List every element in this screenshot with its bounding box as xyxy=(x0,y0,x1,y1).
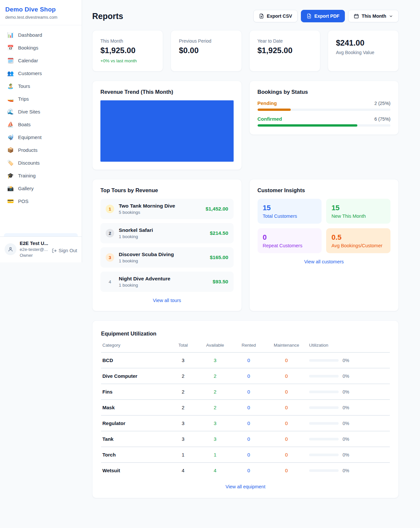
sidebar-item-label: Customers xyxy=(18,71,42,76)
user-name: E2E Test U... xyxy=(20,241,49,246)
cell-maintenance: 0 xyxy=(265,384,308,400)
export-pdf-label: Export PDF xyxy=(314,13,339,19)
sidebar-item-dive-sites[interactable]: 🌊 Dive Sites xyxy=(4,105,78,118)
cell-total: 1 xyxy=(168,447,198,463)
equipment-utilization-title: Equipment Utilization xyxy=(101,331,390,337)
sailboat-icon: ⛵ xyxy=(7,121,14,128)
sidebar-item-gallery[interactable]: 📸 Gallery xyxy=(4,182,78,195)
period-dropdown[interactable]: This Month xyxy=(348,10,399,22)
cell-rented: 0 xyxy=(232,416,265,431)
export-pdf-button[interactable]: Export PDF xyxy=(301,10,345,22)
spiral-calendar-icon: 🗓️ xyxy=(7,57,14,64)
sidebar-item-label: Products xyxy=(18,147,37,153)
cell-rented: 0 xyxy=(232,431,265,447)
view-all-tours-link[interactable]: View all tours xyxy=(100,298,234,303)
rank-badge: 4 xyxy=(106,277,114,286)
tour-revenue: $1,452.00 xyxy=(206,206,228,212)
avatar xyxy=(5,243,16,255)
cell-category: BCD xyxy=(101,353,168,368)
shop-domain: demo.test.divestreams.com xyxy=(5,15,76,20)
sidebar-item-reports-partial[interactable] xyxy=(4,233,78,236)
stat-value: $1,925.00 xyxy=(258,46,312,55)
cell-total: 3 xyxy=(168,353,198,368)
graduation-cap-icon: 🎓 xyxy=(7,173,14,179)
status-row-confirmed: Confirmed 6 (75%) xyxy=(258,116,391,127)
cell-category: Regulator xyxy=(101,416,168,431)
column-header-utilization: Utilization xyxy=(308,343,390,353)
tour-name: Two Tank Morning Dive xyxy=(119,203,201,209)
table-row: Tank 3 3 0 0 0% xyxy=(101,431,390,447)
bookings-by-status-title: Bookings by Status xyxy=(258,89,391,95)
sidebar-item-discounts[interactable]: 🏷️ Discounts xyxy=(4,156,78,169)
status-label-confirmed: Confirmed xyxy=(258,116,282,122)
insight-tile-new-this-month: 15 New This Month xyxy=(326,199,390,224)
cell-utilization: 0% xyxy=(308,447,390,463)
sidebar-item-calendar[interactable]: 🗓️ Calendar xyxy=(4,54,78,67)
table-row: Dive Computer 2 2 0 0 0% xyxy=(101,368,390,384)
cell-total: 2 xyxy=(168,400,198,416)
cell-available: 3 xyxy=(198,431,232,447)
insight-value: 0.5 xyxy=(331,233,385,242)
table-row: Fins 2 2 0 0 0% xyxy=(101,384,390,400)
package-icon: 📦 xyxy=(7,147,14,153)
table-header-row: Category Total Available Rented Maintena… xyxy=(101,343,390,353)
cell-available: 2 xyxy=(198,368,232,384)
table-row: BCD 3 3 0 0 0% xyxy=(101,353,390,368)
sign-out-label: Sign Out xyxy=(59,248,77,253)
sidebar-item-equipment[interactable]: 🤿 Equipment xyxy=(4,131,78,144)
sidebar-item-boats[interactable]: ⛵ Boats xyxy=(4,118,78,131)
sidebar-item-pos[interactable]: 💳 POS xyxy=(4,195,78,208)
charts-row: Revenue Trend (This Month) Bookings by S… xyxy=(92,81,399,170)
stat-card-previous-period: Previous Period $0.00 xyxy=(171,30,242,71)
column-header-maintenance: Maintenance xyxy=(265,343,308,353)
utilization-bar-track xyxy=(309,391,339,393)
header-actions: Export CSV Export PDF xyxy=(253,10,399,22)
stat-card-year-to-date: Year to Date $1,925.00 xyxy=(249,30,320,71)
file-download-icon xyxy=(259,13,264,19)
person-icon xyxy=(8,246,13,252)
column-header-category: Category xyxy=(101,343,168,353)
table-row: Torch 1 1 0 0 0% xyxy=(101,447,390,463)
cell-available: 2 xyxy=(198,384,232,400)
sidebar-item-training[interactable]: 🎓 Training xyxy=(4,169,78,182)
sidebar-item-products[interactable]: 📦 Products xyxy=(4,144,78,156)
view-all-customers-link[interactable]: View all customers xyxy=(258,259,391,264)
page-header: Reports Export CSV xyxy=(92,10,399,22)
cell-total: 2 xyxy=(168,384,198,400)
cell-available: 1 xyxy=(198,447,232,463)
people-icon: 👥 xyxy=(7,70,14,76)
cell-maintenance: 0 xyxy=(265,431,308,447)
equipment-table: Category Total Available Rented Maintena… xyxy=(101,343,390,478)
sidebar-item-tours[interactable]: 🏝️ Tours xyxy=(4,80,78,92)
tour-name: Night Dive Adventure xyxy=(119,276,208,282)
insight-tile-avg-bookings: 0.5 Avg Bookings/Customer xyxy=(326,228,390,253)
cell-rented: 0 xyxy=(232,384,265,400)
chevron-down-icon xyxy=(389,14,393,18)
top-tours-card: Top Tours by Revenue 1 Two Tank Morning … xyxy=(92,179,242,311)
cell-category: Wetsuit xyxy=(101,463,168,478)
sidebar-item-trips[interactable]: 🚤 Trips xyxy=(4,92,78,105)
table-row: Mask 2 2 0 0 0% xyxy=(101,400,390,416)
sidebar-item-customers[interactable]: 👥 Customers xyxy=(4,67,78,80)
status-bar-fill-confirmed xyxy=(258,124,357,127)
sidebar-header: Demo Dive Shop demo.test.divestreams.com xyxy=(0,0,82,25)
tour-row: 1 Two Tank Morning Dive 5 bookings $1,45… xyxy=(100,199,234,219)
logout-icon xyxy=(52,248,57,253)
user-role: Owner xyxy=(20,253,49,258)
table-row: Wetsuit 4 4 0 0 0% xyxy=(101,463,390,478)
cell-total: 3 xyxy=(168,416,198,431)
sidebar-item-dashboard[interactable]: 📊 Dashboard xyxy=(4,29,78,41)
sidebar-item-bookings[interactable]: 📅 Bookings xyxy=(4,41,78,54)
column-header-total: Total xyxy=(168,343,198,353)
table-row: Regulator 3 3 0 0 0% xyxy=(101,416,390,431)
utilization-percent: 0% xyxy=(343,437,349,442)
insight-value: 0 xyxy=(263,233,317,242)
export-csv-button[interactable]: Export CSV xyxy=(253,10,298,22)
cell-maintenance: 0 xyxy=(265,463,308,478)
page-title: Reports xyxy=(92,11,123,21)
stat-value: $1,925.00 xyxy=(100,46,155,55)
cell-category: Fins xyxy=(101,384,168,400)
view-all-equipment-link[interactable]: View all equipment xyxy=(101,484,390,489)
utilization-bar-track xyxy=(309,469,339,472)
sign-out-button[interactable]: Sign Out xyxy=(52,248,77,253)
